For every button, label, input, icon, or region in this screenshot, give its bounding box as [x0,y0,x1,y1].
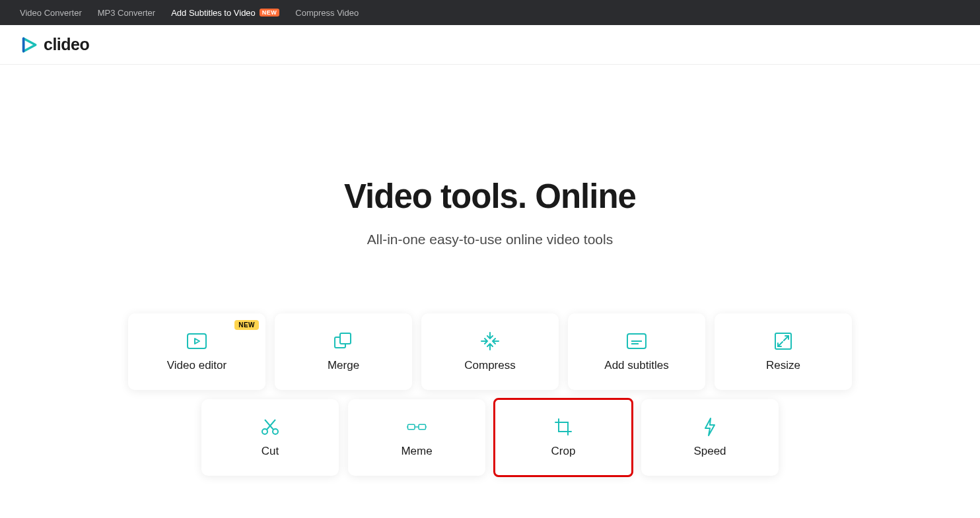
top-nav-label: Compress Video [295,8,359,18]
merge-icon [333,331,353,351]
tool-label: Cut [262,445,279,458]
brand-logo[interactable]: clideo [20,35,89,54]
top-nav-mp3-converter[interactable]: MP3 Converter [98,8,155,18]
tool-row-2: Cut Meme Crop Speed [201,399,779,476]
tool-card-resize[interactable]: Resize [715,313,852,390]
new-badge: NEW [234,320,259,330]
tool-grid: NEW Video editor Merge Compress [0,313,980,476]
tool-card-video-editor[interactable]: NEW Video editor [128,313,265,390]
cut-icon [260,417,280,437]
top-nav-video-converter[interactable]: Video Converter [20,8,82,18]
tool-card-add-subtitles[interactable]: Add subtitles [568,313,705,390]
svg-rect-0 [188,334,206,348]
page-title: Video tools. Online [0,177,980,216]
crop-icon [553,417,573,437]
top-nav-compress-video[interactable]: Compress Video [295,8,359,18]
svg-rect-2 [340,333,351,344]
tool-label: Speed [693,445,726,458]
tool-label: Resize [766,359,800,372]
tool-card-meme[interactable]: Meme [348,399,485,476]
tool-label: Compress [464,359,515,372]
subtitles-icon [627,331,647,351]
top-nav-label: MP3 Converter [98,8,155,18]
tool-label: Video editor [167,359,227,372]
tool-card-crop[interactable]: Crop [495,399,632,476]
new-badge: NEW [260,9,280,16]
tool-card-compress[interactable]: Compress [421,313,559,390]
svg-rect-10 [419,424,426,430]
tool-card-speed[interactable]: Speed [641,399,779,476]
brand-name: clideo [44,35,89,54]
header: clideo [0,25,980,65]
top-nav-add-subtitles[interactable]: Add Subtitles to Video NEW [171,8,279,18]
hero: Video tools. Online All-in-one easy-to-u… [0,65,980,280]
compress-icon [480,331,500,351]
svg-rect-9 [408,424,415,430]
tool-label: Add subtitles [604,359,668,372]
tool-label: Crop [551,445,576,458]
top-nav-label: Add Subtitles to Video [171,8,256,18]
page-subtitle: All-in-one easy-to-use online video tool… [0,232,980,247]
tool-row-1: NEW Video editor Merge Compress [128,313,852,390]
svg-point-8 [273,429,278,434]
tool-label: Merge [328,359,359,372]
play-icon [187,331,207,351]
tool-card-merge[interactable]: Merge [275,313,412,390]
meme-icon [407,417,427,437]
tool-card-cut[interactable]: Cut [201,399,339,476]
speed-icon [700,417,720,437]
top-nav: Video Converter MP3 Converter Add Subtit… [0,0,980,25]
play-triangle-icon [20,36,38,54]
svg-point-7 [262,429,267,434]
top-nav-label: Video Converter [20,8,82,18]
tool-label: Meme [401,445,432,458]
resize-icon [773,331,793,351]
